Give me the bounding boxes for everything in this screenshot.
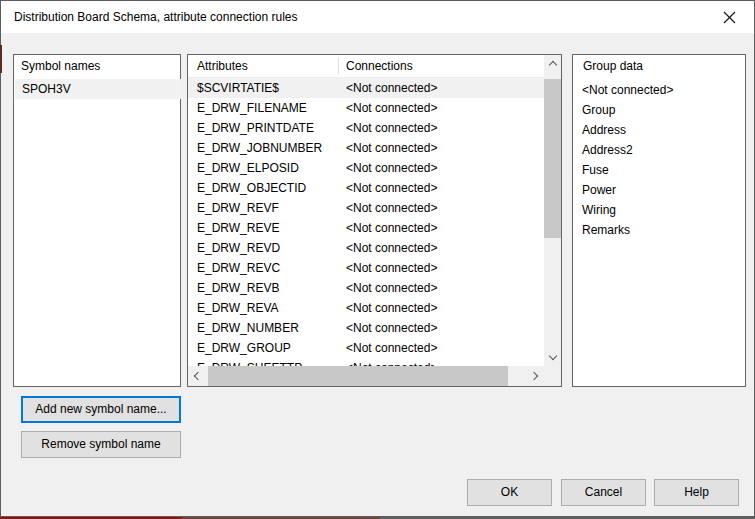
attributes-panel: Attributes Connections $SCVIRTATIE$<Not … <box>187 54 562 387</box>
scroll-right-button[interactable] <box>527 366 544 386</box>
vertical-scrollbar[interactable] <box>544 55 561 366</box>
attribute-name: E_DRW_FILENAME <box>197 98 307 118</box>
attribute-connection: <Not connected> <box>346 298 437 318</box>
attribute-row[interactable]: E_DRW_REVB<Not connected> <box>188 278 544 298</box>
attribute-name: E_DRW_JOBNUMBER <box>197 138 322 158</box>
window-title: Distribution Board Schema, attribute con… <box>14 1 297 33</box>
attribute-row[interactable]: E_DRW_FILENAME<Not connected> <box>188 98 544 118</box>
symbol-names-panel: Symbol names SPOH3V <box>13 54 181 387</box>
attribute-name: $SCVIRTATIE$ <box>197 78 279 98</box>
attribute-name: E_DRW_REVE <box>197 218 279 238</box>
attribute-row[interactable]: E_DRW_REVF<Not connected> <box>188 198 544 218</box>
attribute-connection: <Not connected> <box>346 338 437 358</box>
attribute-row[interactable]: E_DRW_NUMBER<Not connected> <box>188 318 544 338</box>
add-new-symbol-name-button[interactable]: Add new symbol name... <box>21 396 181 423</box>
scroll-down-button[interactable] <box>544 349 561 366</box>
attribute-row[interactable]: E_DRW_REVE<Not connected> <box>188 218 544 238</box>
background-app-edge <box>0 45 2 73</box>
group-data-item[interactable]: Fuse <box>573 160 745 180</box>
attribute-name: E_DRW_ELPOSID <box>197 158 299 178</box>
dialog-window: Distribution Board Schema, attribute con… <box>0 0 755 517</box>
scroll-left-button[interactable] <box>188 366 205 386</box>
attribute-row[interactable]: E_DRW_REVA<Not connected> <box>188 298 544 318</box>
attribute-row[interactable]: E_DRW_PRINTDATE<Not connected> <box>188 118 544 138</box>
attribute-row[interactable]: $SCVIRTATIE$<Not connected> <box>188 78 544 98</box>
attribute-name: E_DRW_GROUP <box>197 338 291 358</box>
ok-button[interactable]: OK <box>467 479 552 506</box>
attribute-row[interactable]: E_DRW_GROUP<Not connected> <box>188 338 544 358</box>
group-data-list: <Not connected>GroupAddressAddress2FuseP… <box>573 80 745 240</box>
symbol-names-list: SPOH3V <box>15 79 181 386</box>
attribute-connection: <Not connected> <box>346 318 437 338</box>
attribute-row[interactable]: E_DRW_JOBNUMBER<Not connected> <box>188 138 544 158</box>
attribute-name: E_DRW_REVC <box>197 258 280 278</box>
chevron-down-icon <box>548 352 556 360</box>
group-data-header: Group data <box>573 55 745 78</box>
attribute-connection: <Not connected> <box>346 158 437 178</box>
attributes-list-header: Attributes Connections <box>188 55 544 78</box>
chevron-up-icon <box>548 61 556 69</box>
symbol-name-row[interactable]: SPOH3V <box>15 79 181 99</box>
chevron-right-icon <box>530 372 538 380</box>
group-data-item[interactable]: Group <box>573 100 745 120</box>
group-data-item[interactable]: Address <box>573 120 745 140</box>
attribute-connection: <Not connected> <box>346 238 437 258</box>
attribute-name: E_DRW_PRINTDATE <box>197 118 314 138</box>
attribute-connection: <Not connected> <box>346 218 437 238</box>
horizontal-scrollbar-thumb[interactable] <box>208 366 508 386</box>
attribute-name: E_DRW_REVB <box>197 278 279 298</box>
group-data-panel: Group data <Not connected>GroupAddressAd… <box>572 54 746 387</box>
attribute-connection: <Not connected> <box>346 258 437 278</box>
symbol-names-header: Symbol names <box>14 55 180 78</box>
attributes-list: $SCVIRTATIE$<Not connected>E_DRW_FILENAM… <box>188 78 544 386</box>
attribute-name: E_DRW_REVF <box>197 198 279 218</box>
group-data-item[interactable]: Address2 <box>573 140 745 160</box>
attribute-row[interactable]: E_DRW_ELPOSID<Not connected> <box>188 158 544 178</box>
attribute-name: E_DRW_REVA <box>197 298 279 318</box>
attribute-name: E_DRW_NUMBER <box>197 318 299 338</box>
scroll-up-button[interactable] <box>544 55 561 72</box>
attribute-connection: <Not connected> <box>346 198 437 218</box>
group-data-item[interactable]: Power <box>573 180 745 200</box>
attribute-name: E_DRW_REVD <box>197 238 280 258</box>
attribute-row[interactable]: E_DRW_REVD<Not connected> <box>188 238 544 258</box>
help-button[interactable]: Help <box>654 479 739 506</box>
attribute-connection: <Not connected> <box>346 78 437 98</box>
close-icon <box>723 11 736 24</box>
attribute-row[interactable]: E_DRW_REVC<Not connected> <box>188 258 544 278</box>
column-header-connections[interactable]: Connections <box>346 55 413 77</box>
remove-symbol-name-button[interactable]: Remove symbol name <box>21 431 181 458</box>
vertical-scrollbar-thumb[interactable] <box>544 79 561 238</box>
attribute-name: E_DRW_OBJECTID <box>197 178 306 198</box>
group-data-item[interactable]: <Not connected> <box>573 80 745 100</box>
attribute-connection: <Not connected> <box>346 98 437 118</box>
horizontal-scrollbar[interactable] <box>188 366 544 386</box>
column-separator[interactable] <box>338 58 339 74</box>
scrollbar-corner <box>544 366 561 386</box>
title-bar[interactable]: Distribution Board Schema, attribute con… <box>1 1 754 33</box>
chevron-left-icon <box>194 372 202 380</box>
attribute-connection: <Not connected> <box>346 278 437 298</box>
close-button[interactable] <box>707 1 752 33</box>
column-header-attributes[interactable]: Attributes <box>197 55 248 77</box>
attribute-connection: <Not connected> <box>346 138 437 158</box>
group-data-item[interactable]: Remarks <box>573 220 745 240</box>
group-data-item[interactable]: Wiring <box>573 200 745 220</box>
attribute-connection: <Not connected> <box>346 178 437 198</box>
cancel-button[interactable]: Cancel <box>561 479 646 506</box>
attribute-row[interactable]: E_DRW_OBJECTID<Not connected> <box>188 178 544 198</box>
attribute-connection: <Not connected> <box>346 118 437 138</box>
